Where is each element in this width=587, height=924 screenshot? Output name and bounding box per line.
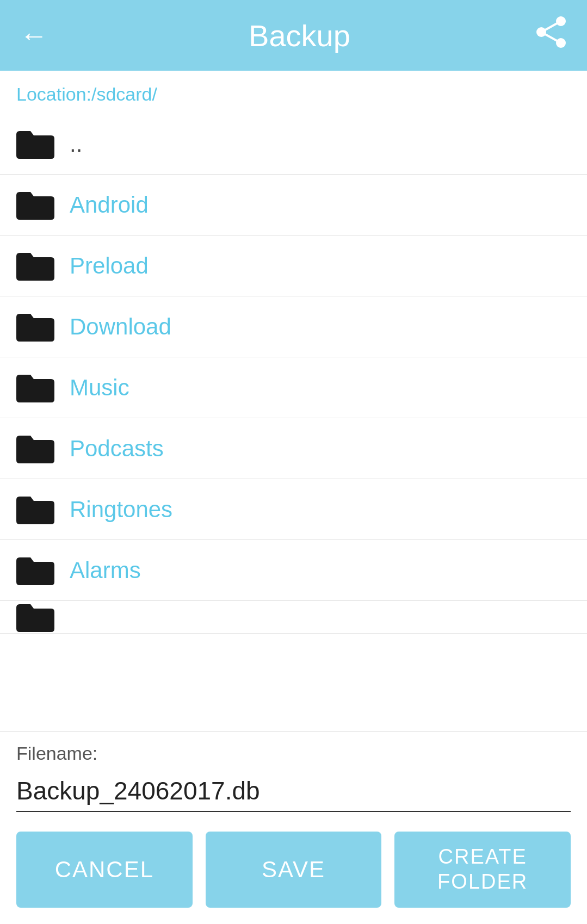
list-item[interactable]: Android (0, 175, 587, 235)
folder-icon (16, 555, 54, 585)
list-item[interactable]: Podcasts (0, 418, 587, 479)
folder-icon (16, 190, 54, 220)
list-item[interactable]: Alarms (0, 540, 587, 601)
folder-icon (16, 602, 54, 632)
file-item-label: Android (70, 192, 149, 218)
back-button[interactable]: ← (20, 21, 48, 49)
list-item[interactable]: Ringtones (0, 479, 587, 540)
list-item[interactable]: .. (0, 114, 587, 175)
create-folder-button[interactable]: CREATE FOLDER (394, 832, 571, 908)
file-item-label: Preload (70, 253, 149, 279)
folder-icon (16, 373, 54, 402)
file-item-label: Music (70, 375, 129, 401)
folder-icon (16, 312, 54, 342)
list-item[interactable]: Download (0, 296, 587, 357)
folder-icon (16, 129, 54, 159)
page-title: Backup (64, 18, 535, 53)
file-item-label: Podcasts (70, 436, 164, 462)
button-row: CANCEL SAVE CREATE FOLDER (16, 832, 571, 908)
list-item[interactable]: Preload (0, 235, 587, 296)
location-text: Location:/sdcard/ (16, 84, 157, 104)
bottom-section: Filename: CANCEL SAVE CREATE FOLDER (0, 731, 587, 924)
filename-label: Filename: (16, 743, 571, 764)
folder-icon (16, 433, 54, 463)
list-item-partial[interactable] (0, 601, 587, 634)
file-item-label: Ringtones (70, 497, 172, 523)
file-item-label: Download (70, 314, 171, 340)
folder-icon (16, 494, 54, 524)
svg-line-4 (541, 32, 561, 43)
share-button[interactable] (535, 16, 567, 55)
location-bar: Location:/sdcard/ (0, 71, 587, 114)
file-item-label: Alarms (70, 557, 141, 584)
file-list: .. Android Preload Download Music Podcas… (0, 114, 587, 731)
folder-icon (16, 251, 54, 281)
app-header: ← Backup (0, 0, 587, 71)
cancel-button[interactable]: CANCEL (16, 832, 193, 908)
list-item[interactable]: Music (0, 357, 587, 418)
filename-input[interactable] (16, 771, 571, 812)
svg-line-3 (541, 21, 561, 32)
file-item-label: .. (70, 131, 82, 157)
save-button[interactable]: SAVE (206, 832, 382, 908)
